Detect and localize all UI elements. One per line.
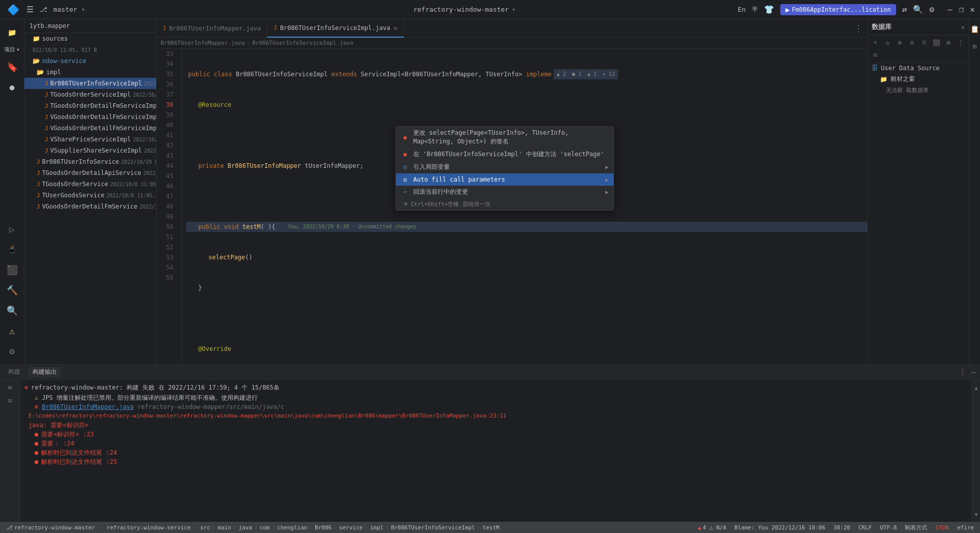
popup-item-rollback[interactable]: ↩ 回滚当前行中的变更 ▶ [396,186,614,198]
autocomplete-popup[interactable]: ● 更改 selectPage(Page<TUserInfo>, TUserIn… [395,126,614,211]
half-width-label: 半 [752,5,758,14]
editor-tabs: J Br086TUserInfoMapper.java J Br086TUser… [157,19,867,38]
rsi-icon-2[interactable]: m [969,41,981,52]
search-activity-icon[interactable]: 🔍 [3,301,21,319]
tree-item-impl-folder[interactable]: 📂 impl [24,67,156,78]
build-activity-icon[interactable]: 🔨 [3,281,21,299]
db-user-datasource[interactable]: 🗄 User Data Source [868,63,969,73]
tab-close-button[interactable]: ✕ [393,24,397,32]
warning-activity-icon[interactable]: ⚠ [3,321,21,340]
settings-icon[interactable]: ⚙ [929,5,934,14]
run-button[interactable]: ▶ Fm086AppInterfac...lication [780,4,896,15]
db-settings-btn[interactable]: ⚙ [906,37,917,48]
dropdown-icon[interactable]: ▾ [512,6,516,13]
rsi-icon-1[interactable]: 📋 [969,23,981,35]
bottom-close-button[interactable]: ⋮ — [959,367,976,377]
indent-status[interactable]: 制表方式 [903,524,929,531]
db-disconnect-btn[interactable]: ⊗ [894,37,905,48]
bc-sep-10: › [386,524,389,531]
csdn-status[interactable]: CSDN [933,524,951,531]
popup-item-change-signature[interactable]: ● 更改 selectPage(Page<TUserInfo>, TUserIn… [396,127,614,148]
db-refresh-btn[interactable]: ↻ [882,37,893,48]
branch-label[interactable]: master [53,6,77,13]
project-menu[interactable]: 项目 ▾ [2,44,22,55]
code-line-38: ● You, 2022/10/29 8:38 · Uncommitted cha… [186,222,867,232]
android-activity-icon[interactable]: 📱 [3,240,21,258]
err-text-1: 需要<标识符> :23 [41,430,94,439]
tree-item-tgoods-api[interactable]: J TGoodsOrderDetailApiService 2022/10/29… [24,167,156,179]
build-output[interactable]: ⊗ refractory-window-master: 构建 失败 在 2022… [20,380,972,522]
error-1[interactable]: ● 需要<标识符> :23 [35,430,968,439]
error-2[interactable]: ● 需要； :24 [35,439,968,448]
tree-item-vgoods-detail1[interactable]: J VGoodsOrderDetailFmServiceImpl 2022/10… [24,111,156,123]
tree-item-vsupplier[interactable]: J VSupplierShareServiceImpl 2022/10/8 11… [24,145,156,156]
tree-item-br086-serviceimpl[interactable]: J Br086TUserInfoServiceImpl 2022/12/16 1… [24,78,156,89]
tree-item-tuser-goods[interactable]: J TUserGoodsService 2022/10/8 11:05, 559… [24,190,156,201]
bottom-panel-header: 构建 构建输出 ⋮ — [0,365,980,380]
bc-mapper[interactable]: Br086TUserInfoMapper.java [161,40,245,46]
schema-icon: 📁 [880,76,887,83]
hamburger-icon[interactable]: ☰ [26,5,34,14]
tree-item-tgoods-serviceimpl[interactable]: J TGoodsOrderServiceImpl 2022/10/8 11:05… [24,89,156,100]
tab-more-button[interactable]: ⋮ [850,23,867,34]
encoding-status[interactable]: UTF-8 [878,524,899,531]
crlf-status[interactable]: CRLF [856,524,874,531]
build-minimize-icon[interactable]: — [971,367,976,377]
lang-indicator[interactable]: En [738,6,746,13]
build-sidebar-btn1[interactable]: ⊞ [5,382,16,393]
bottom-tab-output[interactable]: 构建输出 [28,367,61,377]
tab-mapper[interactable]: J Br086TUserInfoMapper.java [157,19,267,38]
java-icon-12: J [37,203,40,210]
settings-activity-icon[interactable]: ⚙ [3,342,21,360]
commit-icon[interactable]: ● [3,78,21,96]
maximize-button[interactable]: ❐ [958,6,965,13]
translate-icon[interactable]: ⇄ [902,5,907,14]
tree-item-vshare[interactable]: J VSharePriceServiceImpl 2022/10/8 11:05… [24,134,156,145]
panel-close-icon[interactable]: ✕ [961,23,965,31]
efire-status[interactable]: efire [955,524,976,531]
tree-item-vgoods-service[interactable]: J VGoodsOrderDetailFmService 2022/10/8 1… [24,201,156,212]
line-col-status[interactable]: 38:20 [832,524,852,531]
terminal-activity-icon[interactable]: ⬛ [3,260,21,279]
error-count-status[interactable]: ▲ 4 △ N/A [696,524,728,531]
db-console-btn[interactable]: ⬛ [931,37,942,48]
build-sidebar-btn2[interactable]: ⊟ [5,395,16,406]
tree-item-sources[interactable]: 📁 sources [24,33,156,44]
build-more-icon[interactable]: ⋮ [959,367,967,377]
error-4[interactable]: ● 解析时已到达文件结尾 :25 [35,457,968,466]
scroll-top-btn[interactable]: ▲ [971,382,981,393]
popup-item-local-var[interactable]: ⊟ 引入局部变量 ▶ [396,161,614,173]
minimize-button[interactable]: — [946,6,954,13]
run-debug-activity-icon[interactable]: ▷ [3,220,21,238]
tree-item-tgoods-detail-serviceimpl[interactable]: J TGoodsOrderDetailFmServiceImpl 2022/10… [24,100,156,111]
scroll-bot-btn[interactable]: ▼ [971,509,981,520]
code-editor[interactable]: 33 34 35 36 37 38 39 40 41 42 43 44 45 4… [157,49,867,364]
panel-header-icons: ✕ [961,23,965,31]
popup-item-autofill[interactable]: ⊡ Auto fill call parameters ▶ [396,173,614,186]
search-icon[interactable]: 🔍 [913,5,923,14]
db-add-btn[interactable]: + [870,37,881,48]
close-button[interactable]: ✕ [969,6,976,13]
tree-item-service[interactable]: 📂 ndow-service [24,55,156,67]
error-3[interactable]: ● 解析时已到达文件结尾 :24 [35,448,968,457]
bookmark-icon[interactable]: 🔖 [3,57,21,76]
popup-item-create-method[interactable]: ● 在 'Br086TUserInfoServiceImpl' 中创建方法 's… [396,148,614,161]
status-path-1[interactable]: refractory-window-service [105,524,193,531]
db-filter-btn[interactable]: ⊟ [870,49,881,61]
git-branch-status[interactable]: ⎇ refractory-window-master [4,524,97,531]
db-copy-btn[interactable]: ⎘ [918,37,930,48]
tree-item-vgoods-detail2[interactable]: J VGoodsOrderDetailFmServiceImpl 2022/10… [24,123,156,134]
blame-status[interactable]: Blame: You 2022/12/16 18:06 [732,524,828,531]
activity-folder-icon[interactable]: 📁 [3,23,21,42]
bottom-panel: 构建 构建输出 ⋮ — ⊞ ⊟ ⊗ refractory-window-mast… [0,364,980,522]
db-schema[interactable]: 📁 耐材之窗 [868,73,969,85]
tab-serviceimpl[interactable]: J Br086TUserInfoServiceImpl.java ✕ [267,19,404,38]
tree-item-br086-service[interactable]: J Br086TUserInfoService 2022/10/29 8:38 … [24,156,156,167]
popup-shortcut-label: ⌘ Ctrl+Shift+空格 启动另一次 [404,200,491,208]
db-table-btn[interactable]: ⊞ [943,37,954,48]
right-panel-header: 数据库 ✕ [868,19,969,35]
bottom-tab-build[interactable]: 构建 [4,367,24,377]
tree-item-tgoods-service[interactable]: J TGoodsOrderService 2022/10/8 11:05, 50… [24,179,156,190]
db-more-btn[interactable]: ⋮ [955,37,966,48]
bc-serviceimpl[interactable]: Br086TUserInfoServiceImpl.java [252,40,353,46]
